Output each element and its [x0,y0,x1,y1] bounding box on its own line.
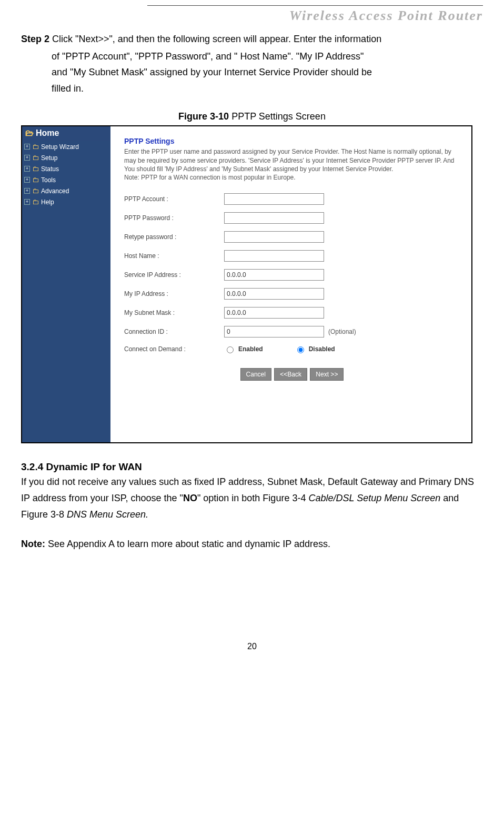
radio-disabled[interactable]: Disabled [295,345,335,353]
input-host-name[interactable] [224,250,324,262]
row-connect-demand: Connect on Demand : Enabled Disabled [124,345,460,353]
plus-icon: + [24,155,30,161]
row-retype-password: Retype password : [124,231,460,243]
folder-open-icon: 🗁 [25,128,34,138]
step-text-4: filled in. [52,81,483,97]
settings-title: PPTP Settings [124,137,460,145]
sidebar-item-label: Status [41,165,59,173]
label-host-name: Host Name : [124,252,224,260]
radio-disabled-label: Disabled [309,345,335,353]
sidebar-home[interactable]: 🗁 Home [22,126,110,141]
label-connection-id: Connection ID : [124,328,224,335]
section-p1c: " option in both Figure 3-4 [197,493,309,503]
plus-icon: + [24,166,30,172]
row-pptp-password: PPTP Password : [124,212,460,224]
plus-icon: + [24,199,30,205]
input-connection-id[interactable] [224,326,324,337]
next-button[interactable]: Next >> [310,368,344,381]
radio-enabled[interactable]: Enabled [224,345,263,353]
folder-icon: 🗀 [32,198,39,206]
section-p1d: Cable/DSL Setup Menu Screen [308,493,440,503]
row-my-subnet: My Subnet Mask : [124,307,460,319]
screenshot-frame: 🗁 Home + 🗀 Setup Wizard + 🗀 Setup + 🗀 St… [21,125,472,443]
connection-id-suffix: (Optional) [328,328,356,335]
row-my-ip: My IP Address : [124,288,460,300]
label-pptp-account: PPTP Account : [124,195,224,203]
settings-description: Enter the PPTP user name and password as… [124,147,460,182]
label-retype-password: Retype password : [124,233,224,241]
folder-icon: 🗀 [32,165,39,173]
folder-icon: 🗀 [32,187,39,195]
content-panel: PPTP Settings Enter the PPTP user name a… [110,126,471,442]
folder-icon: 🗀 [32,143,39,151]
back-button[interactable]: <<Back [274,368,307,381]
sidebar-item-setup-wizard[interactable]: + 🗀 Setup Wizard [22,141,110,152]
sidebar-home-label: Home [36,128,59,138]
label-my-subnet: My Subnet Mask : [124,309,224,316]
sidebar-item-label: Help [41,198,54,206]
plus-icon: + [24,188,30,194]
folder-icon: 🗀 [32,176,39,184]
sidebar-item-label: Setup Wizard [41,143,79,151]
sidebar-item-advanced[interactable]: + 🗀 Advanced [22,185,110,196]
sidebar-item-label: Advanced [41,187,69,195]
cancel-button[interactable]: Cancel [240,368,271,381]
button-bar: Cancel <<Back Next >> [124,368,460,381]
sidebar-item-setup[interactable]: + 🗀 Setup [22,152,110,163]
sidebar: 🗁 Home + 🗀 Setup Wizard + 🗀 Setup + 🗀 St… [22,126,110,442]
sidebar-item-tools[interactable]: + 🗀 Tools [22,174,110,185]
step-text-3: and "My Subnet Mask" assigned by your In… [52,64,483,81]
label-service-ip: Service IP Address : [124,271,224,279]
input-service-ip[interactable] [224,269,324,281]
figure-caption: Figure 3-10 PPTP Settings Screen [21,111,483,122]
sidebar-item-label: Tools [41,176,56,184]
radio-disabled-input[interactable] [297,346,304,353]
row-service-ip: Service IP Address : [124,269,460,281]
header-rule [147,5,483,6]
step-line-1: Step 2 Click "Next>>", and then the foll… [21,31,483,47]
input-my-ip[interactable] [224,288,324,300]
step-text-2: of "PPTP Account", "PPTP Password", and … [52,48,483,65]
section-title: 3.2.4 Dynamic IP for WAN [21,461,483,473]
row-pptp-account: PPTP Account : [124,193,460,205]
radio-enabled-input[interactable] [227,346,234,353]
input-pptp-password[interactable] [224,212,324,224]
label-my-ip: My IP Address : [124,290,224,297]
step-text-1: Click "Next>>", and then the following s… [49,34,381,44]
label-pptp-password: PPTP Password : [124,214,224,222]
input-my-subnet[interactable] [224,307,324,319]
note-label: Note: [21,539,45,549]
note-paragraph: Note: See Appendix A to learn more about… [21,536,483,552]
page-number: 20 [21,642,483,651]
folder-icon: 🗀 [32,154,39,162]
input-pptp-account[interactable] [224,193,324,205]
section-p1b: NO [183,493,197,503]
label-connect-demand: Connect on Demand : [124,345,224,353]
plus-icon: + [24,144,30,150]
note-text: See Appendix A to learn more about stati… [45,539,330,549]
header-title: Wireless Access Point Router [21,8,483,24]
input-retype-password[interactable] [224,231,324,243]
section-p1f: DNS Menu Screen. [67,509,148,520]
step-label: Step 2 [21,34,49,44]
step-body: of "PPTP Account", "PPTP Password", and … [52,48,483,97]
sidebar-item-status[interactable]: + 🗀 Status [22,163,110,174]
row-connection-id: Connection ID : (Optional) [124,326,460,337]
sidebar-item-label: Setup [41,154,57,162]
row-host-name: Host Name : [124,250,460,262]
figure-text: PPTP Settings Screen [229,111,326,122]
radio-enabled-label: Enabled [238,345,263,353]
figure-number: Figure 3-10 [178,111,229,122]
sidebar-item-help[interactable]: + 🗀 Help [22,196,110,207]
plus-icon: + [24,177,30,183]
section-paragraph: If you did not receive any values such a… [21,474,483,522]
